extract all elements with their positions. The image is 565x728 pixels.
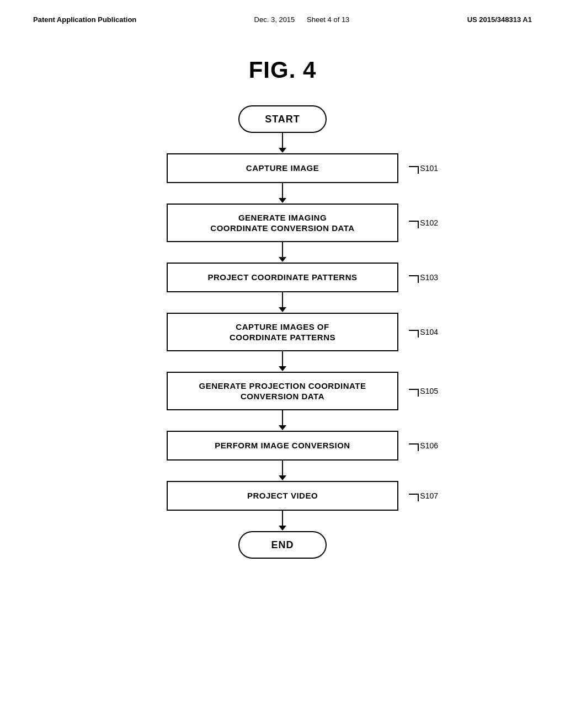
step-s105-ref: S105 — [409, 387, 438, 395]
step-s104: CAPTURE IMAGES OFCOORDINATE PATTERNS — [167, 313, 398, 351]
arrow-s102-s103 — [282, 242, 283, 258]
header-sheet: Sheet 4 of 13 — [307, 15, 349, 24]
arrow-s105-s106 — [282, 410, 283, 426]
step-s107-ref: S107 — [409, 491, 438, 500]
step-s105: GENERATE PROJECTION COORDINATECONVERSION… — [167, 372, 398, 410]
header-publication-label: Patent Application Publication — [33, 15, 136, 24]
page-header: Patent Application Publication Dec. 3, 2… — [0, 0, 565, 24]
arrow-s103-s104 — [282, 292, 283, 308]
arrow-start-s101 — [282, 133, 283, 148]
step-s102-ref: S102 — [409, 218, 438, 227]
arrow-s104-s105 — [282, 351, 283, 367]
step-s104-container: CAPTURE IMAGES OFCOORDINATE PATTERNS S10… — [167, 313, 398, 351]
end-node: END — [238, 531, 327, 559]
arrow-s101-s102 — [282, 183, 283, 199]
flowchart: START CAPTURE IMAGE S101 GENERATE IMAGIN… — [0, 105, 565, 559]
step-s102-container: GENERATE IMAGINGCOORDINATE CONVERSION DA… — [167, 204, 398, 242]
step-s103-ref: S103 — [409, 273, 438, 282]
step-s101-ref: S101 — [409, 164, 438, 173]
step-s106-ref: S106 — [409, 441, 438, 450]
figure-title: FIG. 4 — [0, 57, 565, 83]
step-s103-container: PROJECT COORDINATE PATTERNS S103 — [167, 263, 398, 292]
step-s101: CAPTURE IMAGE — [167, 153, 398, 183]
arrow-s106-s107 — [282, 461, 283, 476]
step-s103: PROJECT COORDINATE PATTERNS — [167, 263, 398, 292]
header-date: Dec. 3, 2015 Sheet 4 of 13 — [254, 15, 350, 24]
step-s101-container: CAPTURE IMAGE S101 — [167, 153, 398, 183]
step-s104-ref: S104 — [409, 328, 438, 336]
step-s107-container: PROJECT VIDEO S107 — [167, 481, 398, 511]
start-node: START — [238, 105, 327, 133]
step-s107: PROJECT VIDEO — [167, 481, 398, 511]
header-patent-number: US 2015/348313 A1 — [467, 15, 532, 24]
step-s106: PERFORM IMAGE CONVERSION — [167, 431, 398, 461]
step-s102: GENERATE IMAGINGCOORDINATE CONVERSION DA… — [167, 204, 398, 242]
arrow-s107-end — [282, 511, 283, 526]
step-s106-container: PERFORM IMAGE CONVERSION S106 — [167, 431, 398, 461]
step-s105-container: GENERATE PROJECTION COORDINATECONVERSION… — [167, 372, 398, 410]
